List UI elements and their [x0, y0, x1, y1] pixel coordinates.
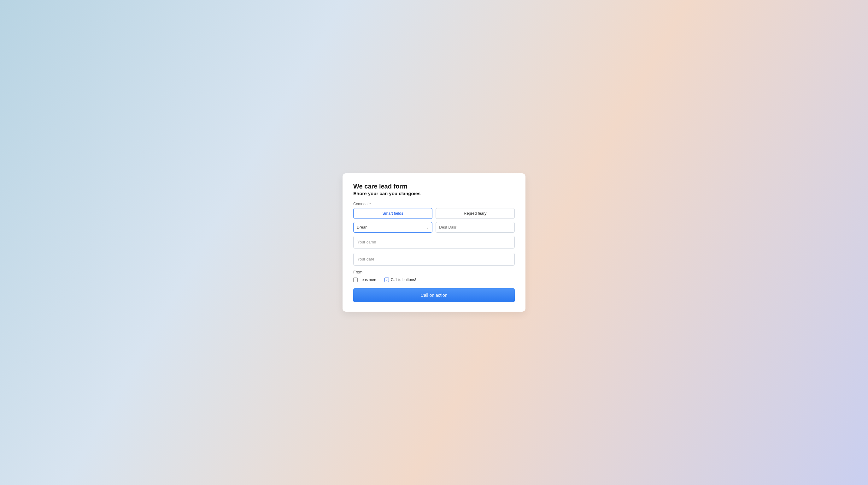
checkbox-box-icon [353, 278, 358, 282]
checkbox-row: Leas mere ✓ Call to buttons! [353, 278, 515, 282]
checkbox-checked-icon: ✓ [384, 278, 389, 282]
chevron-down-icon: ⌄ [427, 226, 429, 229]
lead-form-card: We care lead form Ehore your can you cla… [343, 173, 525, 312]
smart-fields-button[interactable]: Smart fields [353, 208, 432, 219]
card-subtitle: Ehore your can you clangoies [353, 191, 515, 196]
your-dare-input[interactable] [353, 253, 515, 265]
your-came-input[interactable] [353, 236, 515, 249]
drean-select[interactable]: Drean ⌄ [353, 222, 432, 233]
from-label: From: [353, 270, 515, 275]
repred-feary-button[interactable]: Repred feary [436, 208, 515, 219]
call-on-action-button[interactable]: Call on action [353, 288, 515, 302]
call-to-buttons-label: Call to buttons! [391, 278, 416, 282]
dest-dalir-field[interactable]: Dest Dalir [436, 222, 515, 233]
select-row: Drean ⌄ Dest Dalir [353, 222, 515, 233]
card-title: We care lead form [353, 183, 515, 190]
less-mere-label: Leas mere [360, 278, 377, 282]
drean-select-value: Drean [357, 225, 367, 230]
field-type-row: Smart fields Repred feary [353, 208, 515, 219]
section-label: Comneate [353, 202, 515, 206]
less-mere-checkbox[interactable]: Leas mere [353, 278, 377, 282]
call-to-buttons-checkbox[interactable]: ✓ Call to buttons! [384, 278, 416, 282]
